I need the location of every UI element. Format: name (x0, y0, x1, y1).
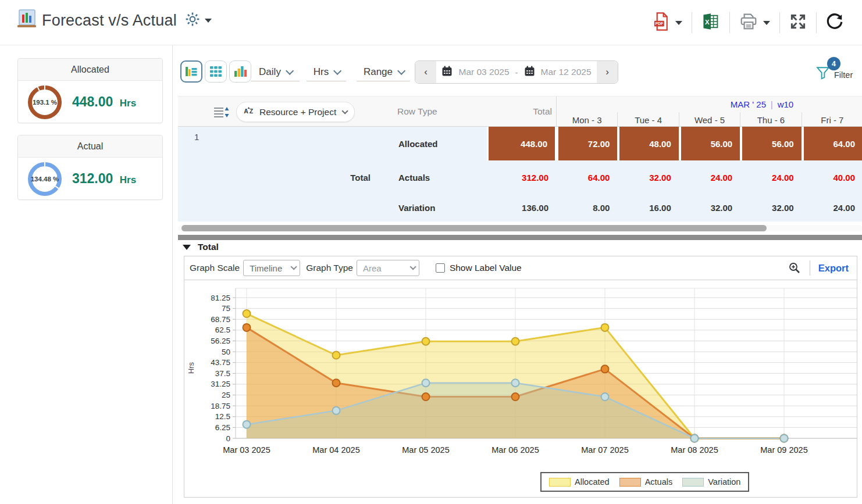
calendar-icon[interactable] (441, 66, 453, 79)
settings-gear-icon[interactable] (185, 12, 200, 29)
split-view-button[interactable] (180, 60, 202, 83)
calendar-icon[interactable] (524, 66, 535, 79)
legend-swatch (549, 478, 571, 487)
row-sort-icon[interactable] (213, 105, 229, 121)
row-type-header: Row Type (397, 106, 437, 117)
row-type-label: Allocated (373, 127, 487, 160)
week-header-divider: | (771, 100, 773, 109)
svg-text:Mar 04 2025: Mar 04 2025 (312, 445, 359, 455)
group-by-dropdown[interactable]: A Z Resource + Project (236, 102, 355, 122)
allocated-donut: 193.1 % (28, 85, 62, 119)
day-header: Tue - 4 (617, 112, 678, 127)
date-from-value[interactable]: Mar 03 2025 (458, 67, 509, 77)
svg-text:37.5: 37.5 (215, 369, 230, 378)
svg-text:Mar 09 2025: Mar 09 2025 (760, 445, 807, 455)
unit-dropdown[interactable]: Hrs (307, 63, 346, 81)
svg-text:31.25: 31.25 (211, 380, 230, 388)
settings-caret-icon[interactable] (205, 19, 212, 23)
excel-export-icon[interactable]: X (701, 12, 720, 33)
svg-text:Z: Z (250, 108, 254, 115)
legend-label: Actuals (645, 477, 673, 487)
app-header: Forecast v/s Actual (0, 0, 862, 45)
day-header: Wed - 5 (679, 112, 740, 127)
allocated-hours-value: 448.00 (72, 94, 113, 109)
print-options-caret-icon[interactable] (763, 21, 770, 25)
chevron-down-icon (397, 66, 405, 74)
range-mode-dropdown[interactable]: Range (357, 63, 410, 81)
row-number: 1 (194, 132, 199, 142)
total-section-toggle[interactable]: Total (183, 242, 219, 252)
graph-type-label: Graph Type (306, 263, 353, 273)
total-cell: 136.00 (487, 194, 556, 221)
summary-sidebar: Allocated 193.1 % 448.00 Hrs Actual 134.… (0, 45, 172, 504)
svg-text:56.25: 56.25 (211, 337, 230, 345)
actual-hours-value: 312.00 (72, 171, 113, 186)
chevron-down-icon (286, 66, 294, 74)
graph-scale-value: Timeline (250, 263, 282, 273)
pdf-export-icon[interactable]: PDF (653, 12, 670, 34)
chevron-down-icon (409, 263, 416, 270)
day-cell: 64.00 (802, 127, 862, 160)
week-header: MAR ' 25 | w10 (556, 96, 862, 112)
row-type-label: Actuals (373, 160, 487, 194)
date-range-picker: ‹ Mar 03 2025 - (415, 60, 618, 84)
fullscreen-icon[interactable] (789, 13, 807, 33)
pdf-options-caret-icon[interactable] (675, 21, 682, 25)
allocated-percent: 193.1 % (33, 99, 57, 106)
legend-item-actuals: Actuals (619, 477, 673, 487)
graph-type-select[interactable]: Area (357, 260, 419, 276)
granularity-dropdown[interactable]: Daily (251, 63, 300, 81)
svg-text:Mar 06 2025: Mar 06 2025 (491, 445, 539, 455)
show-label-value-checkbox[interactable] (436, 263, 445, 273)
prev-period-button[interactable]: ‹ (415, 61, 436, 83)
range-mode-value: Range (364, 66, 393, 78)
next-period-button[interactable]: › (597, 61, 618, 83)
unit-value: Hrs (314, 66, 329, 78)
date-to-value[interactable]: Mar 12 2025 (541, 67, 592, 77)
group-total-label: Total (350, 173, 371, 183)
filter-button[interactable]: 4 Filter (812, 57, 861, 87)
svg-text:0: 0 (226, 434, 230, 443)
grid-view-button[interactable] (205, 60, 227, 83)
refresh-icon[interactable] (826, 13, 843, 33)
chart-canvas: 06.2512.518.752531.2537.543.755056.2562.… (184, 280, 857, 459)
section-splitter[interactable] (178, 235, 862, 240)
graph-type-value: Area (363, 263, 382, 273)
svg-text:Mar 07 2025: Mar 07 2025 (581, 445, 628, 455)
header-actions: PDF X (643, 12, 853, 34)
svg-text:81.25: 81.25 (211, 294, 230, 302)
granularity-value: Daily (259, 66, 281, 78)
horizontal-scrollbar-thumb[interactable] (181, 225, 767, 231)
day-cell: 48.00 (617, 127, 678, 160)
legend-item-variation: Variation (682, 477, 740, 487)
chevron-down-icon (342, 108, 348, 114)
row-type-label: Variation (373, 194, 487, 221)
day-cell: 40.00 (802, 160, 862, 194)
zoom-in-icon[interactable] (788, 261, 802, 275)
forecast-vs-actual-page: Forecast v/s Actual (0, 0, 862, 504)
export-link[interactable]: Export (818, 263, 849, 274)
print-icon[interactable] (739, 13, 758, 33)
svg-text:18.75: 18.75 (211, 402, 230, 410)
day-cell: 56.00 (740, 127, 801, 160)
day-cell: 24.00 (802, 194, 862, 221)
svg-text:X: X (705, 19, 710, 26)
svg-text:75: 75 (222, 304, 230, 313)
filter-label: Filter (834, 70, 853, 80)
area-chart: 06.2512.518.752531.2537.543.755056.2562.… (184, 280, 857, 498)
day-cell: 8.00 (556, 194, 617, 221)
day-cell: 24.00 (679, 160, 740, 194)
day-header-row: Mon - 3 Tue - 4 Wed - 5 Thu - 6 Fri - 7 (556, 112, 862, 127)
graph-scale-select[interactable]: Timeline (243, 260, 300, 276)
chevron-down-icon (333, 66, 341, 74)
horizontal-scrollbar (178, 225, 862, 231)
section-title: Total (198, 242, 219, 252)
chart-view-button[interactable] (229, 60, 251, 83)
svg-text:12.5: 12.5 (215, 412, 230, 421)
divider (810, 260, 810, 276)
svg-text:50: 50 (222, 348, 230, 356)
day-header: Thu - 6 (740, 112, 801, 127)
day-cell: 32.00 (740, 194, 801, 221)
actual-donut: 134.48 % (28, 162, 62, 196)
graph-controls: Graph Scale Timeline Graph Type Area Sho… (184, 256, 857, 280)
